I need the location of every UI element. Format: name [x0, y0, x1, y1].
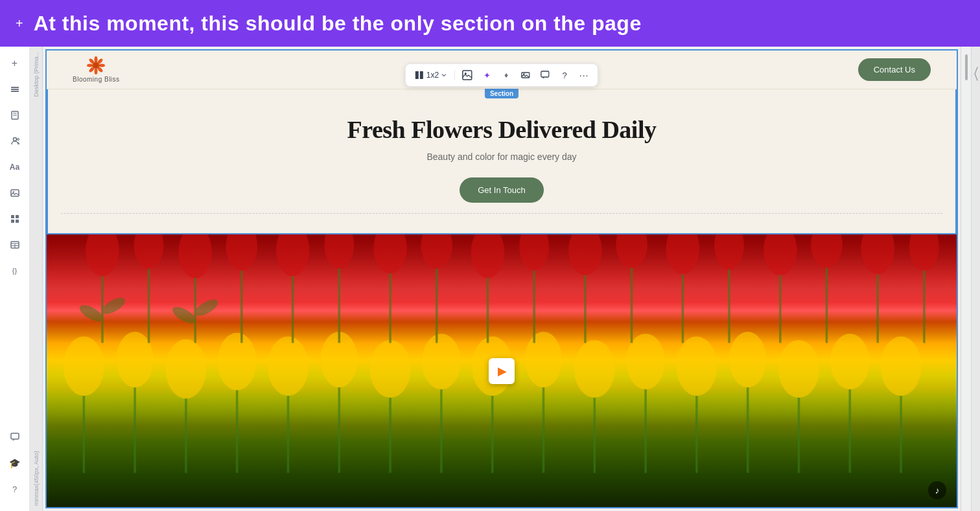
svg-rect-13: [16, 220, 19, 223]
chat-icon[interactable]: [3, 426, 27, 449]
device-label-container: Desktop (Prima... minmax(450px, Auto): [30, 47, 43, 511]
section-badge: Section: [485, 89, 519, 98]
svg-point-52: [909, 234, 939, 271]
layout-label: 1x2: [426, 71, 439, 80]
svg-point-51: [861, 234, 894, 275]
section-divider: [61, 213, 942, 214]
flower-image-section: ▶ ♪: [47, 234, 957, 507]
contact-us-button[interactable]: Contact Us: [858, 58, 931, 81]
svg-rect-10: [11, 215, 14, 218]
svg-rect-34: [541, 71, 549, 77]
canvas-area: Blooming Bliss Home Contact Us: [43, 47, 961, 511]
image-icon[interactable]: [3, 181, 27, 205]
svg-point-7: [17, 139, 19, 141]
svg-point-27: [93, 62, 99, 69]
hero-section[interactable]: 1x2 ✦: [47, 89, 957, 234]
image-toolbar-icon[interactable]: [459, 67, 476, 84]
play-button[interactable]: ▶: [489, 358, 515, 384]
logo-text: Blooming Bliss: [73, 76, 120, 83]
main-area: + Aa: [0, 47, 980, 511]
magic-icon[interactable]: ♦: [498, 67, 515, 84]
svg-point-63: [574, 340, 615, 398]
svg-point-49: [764, 234, 797, 275]
svg-point-108: [170, 304, 198, 326]
svg-point-44: [519, 234, 549, 271]
website-logo: Blooming Bliss: [73, 56, 120, 83]
svg-rect-29: [420, 71, 423, 79]
website-preview: Blooming Bliss Home Contact Us: [45, 49, 958, 508]
code-icon[interactable]: {}: [3, 259, 27, 282]
hero-subtitle: Beauty and color for magic every day: [61, 152, 942, 162]
scrollbar[interactable]: [961, 47, 971, 511]
svg-rect-0: [11, 87, 19, 88]
right-panel-edge: [971, 47, 980, 511]
svg-rect-11: [16, 215, 19, 218]
layout-selector[interactable]: 1x2: [411, 68, 450, 82]
chevron-down-icon: [441, 73, 447, 78]
top-banner: + At this moment, this should be the onl…: [0, 0, 980, 47]
device-label-minmax: minmax(450px, Auto): [30, 440, 42, 511]
banner-text: At this moment, this should be the only …: [34, 12, 642, 36]
content-area: Desktop (Prima... minmax(450px, Auto): [30, 47, 971, 511]
svg-rect-2: [11, 91, 19, 92]
svg-point-67: [778, 340, 819, 398]
svg-point-105: [99, 295, 127, 317]
svg-point-60: [422, 334, 461, 389]
svg-point-41: [373, 234, 407, 273]
question-icon[interactable]: ?: [3, 477, 27, 501]
layers-icon[interactable]: [3, 78, 27, 101]
svg-point-68: [830, 334, 869, 389]
svg-rect-12: [11, 220, 14, 223]
svg-point-45: [568, 234, 602, 275]
svg-rect-30: [463, 71, 472, 80]
plus-icon[interactable]: +: [3, 52, 27, 75]
table-icon[interactable]: [3, 233, 27, 256]
svg-point-107: [192, 297, 220, 319]
play-icon: ▶: [498, 364, 507, 378]
svg-point-40: [324, 234, 354, 269]
section-toolbar: 1x2 ✦: [405, 63, 598, 87]
grid-icon: [415, 71, 424, 80]
banner-icon: +: [16, 16, 23, 31]
apps-icon[interactable]: [3, 207, 27, 231]
help-icon[interactable]: ?: [556, 67, 573, 84]
svg-point-19: [95, 56, 98, 63]
toolbar-divider-1: [454, 70, 455, 80]
svg-rect-8: [11, 190, 19, 196]
media-icon[interactable]: [517, 67, 534, 84]
more-icon[interactable]: ···: [576, 67, 592, 84]
svg-point-106: [77, 302, 105, 324]
svg-point-36: [134, 234, 164, 269]
music-note[interactable]: ♪: [928, 481, 946, 499]
comment-icon[interactable]: [537, 67, 554, 84]
svg-point-42: [421, 234, 452, 269]
svg-rect-18: [11, 433, 19, 439]
users-icon[interactable]: [3, 130, 27, 153]
svg-point-65: [676, 336, 717, 396]
font-icon[interactable]: Aa: [3, 155, 27, 179]
svg-point-57: [268, 336, 309, 396]
chevron-left-icon: [974, 66, 979, 82]
get-in-touch-button[interactable]: Get In Touch: [460, 177, 543, 203]
scrollbar-thumb[interactable]: [965, 54, 968, 80]
svg-point-50: [811, 234, 843, 267]
svg-point-23: [95, 68, 98, 74]
svg-point-38: [226, 234, 258, 271]
svg-point-31: [465, 73, 467, 74]
pages-icon[interactable]: [3, 104, 27, 127]
hero-title: Fresh Flowers Delivered Daily: [61, 115, 942, 144]
svg-point-43: [471, 234, 505, 278]
svg-point-55: [165, 339, 206, 399]
device-label-desktop: Desktop (Prima...: [30, 47, 42, 102]
svg-point-48: [714, 234, 744, 269]
svg-rect-28: [415, 71, 419, 79]
svg-point-21: [99, 64, 105, 67]
svg-point-35: [86, 234, 119, 276]
graduation-icon[interactable]: 🎓: [3, 451, 27, 475]
svg-point-6: [13, 138, 16, 141]
svg-point-46: [616, 234, 648, 267]
left-sidebar: + Aa: [0, 47, 30, 511]
svg-point-37: [178, 234, 212, 278]
svg-point-39: [276, 234, 310, 276]
ai-icon[interactable]: ✦: [478, 67, 495, 84]
